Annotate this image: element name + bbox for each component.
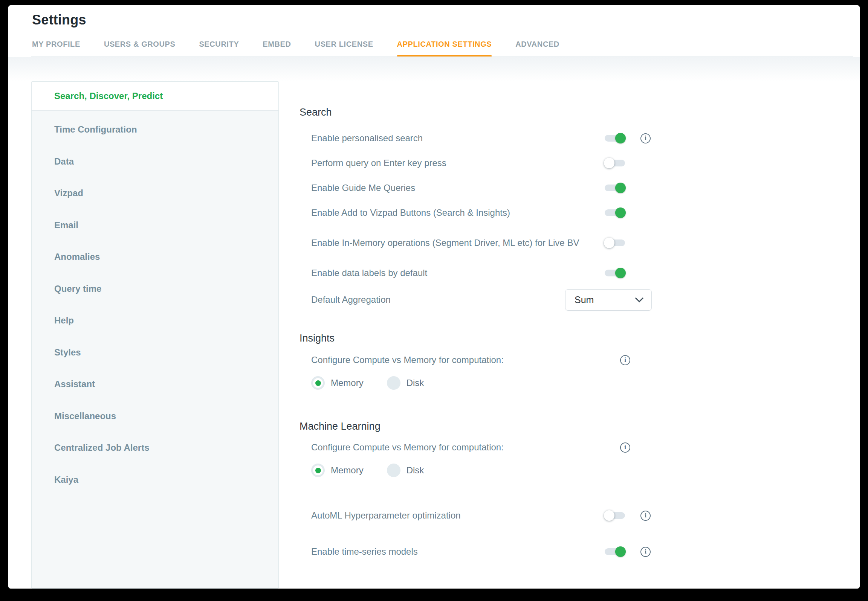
setting-label: Enable data labels by default [300, 265, 605, 281]
sidebar-list: Time Configuration Data Vizpad Email Ano… [32, 111, 278, 496]
sidebar-item-kaiya[interactable]: Kaiya [32, 464, 278, 496]
insights-section-title: Insights [300, 330, 669, 346]
setting-row-data-labels: Enable data labels by default [300, 261, 669, 285]
radio-label-memory: Memory [331, 378, 364, 388]
ml-configure-row: Configure Compute vs Memory for computat… [300, 437, 669, 458]
in-memory-operations-toggle[interactable] [605, 238, 625, 248]
setting-label: Enable Guide Me Queries [300, 180, 605, 195]
toggle-knob [615, 546, 626, 557]
setting-row-default-aggregation: Default Aggregation Sum [300, 285, 669, 314]
setting-label: Enable time-series models [300, 544, 605, 559]
toggle-knob [615, 183, 626, 193]
tab-embed[interactable]: EMBED [263, 40, 291, 49]
info-icon[interactable]: i [620, 355, 630, 365]
ml-compute-radio-group: Memory Disk [300, 458, 669, 483]
radio-disk[interactable] [387, 464, 400, 477]
tab-application-settings[interactable]: APPLICATION SETTINGS [397, 40, 492, 49]
setting-row-add-to-vizpad: Enable Add to Vizpad Buttons (Search & I… [300, 200, 669, 225]
radio-memory[interactable] [311, 376, 325, 390]
default-aggregation-select[interactable]: Sum [565, 289, 652, 311]
sidebar: Search, Discover, Predict Time Configura… [31, 81, 279, 589]
info-icon[interactable]: i [620, 442, 630, 453]
setting-row-automl: AutoML Hyperparameter optimization i [300, 503, 669, 528]
insights-configure-row: Configure Compute vs Memory for computat… [300, 349, 669, 371]
setting-label: AutoML Hyperparameter optimization [300, 508, 605, 523]
data-labels-toggle[interactable] [605, 268, 625, 278]
sidebar-item-time-configuration[interactable]: Time Configuration [32, 114, 278, 146]
radio-label-memory: Memory [331, 465, 364, 476]
sidebar-item-vizpad[interactable]: Vizpad [32, 177, 278, 209]
select-value: Sum [575, 294, 594, 305]
sidebar-item-anomalies[interactable]: Anomalies [32, 241, 278, 273]
query-enter-key-toggle[interactable] [605, 158, 625, 168]
radio-disk[interactable] [387, 376, 400, 390]
info-icon[interactable]: i [640, 511, 651, 521]
radio-memory[interactable] [311, 464, 325, 477]
search-section-title: Search [300, 104, 669, 121]
personalised-search-toggle[interactable] [605, 133, 625, 143]
setting-row-guide-me-queries: Enable Guide Me Queries [300, 175, 669, 200]
configure-label: Configure Compute vs Memory for computat… [300, 352, 605, 368]
tab-bar: MY PROFILE USERS & GROUPS SECURITY EMBED… [32, 39, 559, 49]
sidebar-item-email[interactable]: Email [32, 209, 278, 241]
sidebar-item-query-time[interactable]: Query time [32, 273, 278, 305]
setting-label: Perform query on Enter key press [300, 156, 605, 171]
toggle-knob [615, 133, 626, 143]
page-title: Settings [32, 12, 86, 28]
guide-me-queries-toggle[interactable] [605, 183, 625, 193]
tab-my-profile[interactable]: MY PROFILE [32, 40, 80, 49]
tab-user-license[interactable]: USER LICENSE [315, 40, 373, 49]
sidebar-item-data[interactable]: Data [32, 146, 278, 178]
setting-label: Enable personalised search [300, 131, 605, 146]
sidebar-item-miscellaneous[interactable]: Miscellaneous [32, 400, 278, 432]
setting-label: Enable Add to Vizpad Buttons (Search & I… [300, 205, 605, 220]
sidebar-item-search-discover-predict[interactable]: Search, Discover, Predict [32, 82, 278, 111]
toggle-knob [615, 207, 626, 218]
automl-hyperparameter-toggle[interactable] [605, 510, 625, 521]
setting-label: Default Aggregation [300, 292, 565, 307]
insights-compute-radio-group: Memory Disk [300, 371, 669, 395]
tab-security[interactable]: SECURITY [199, 40, 239, 49]
toggle-knob [604, 158, 614, 168]
info-icon[interactable]: i [640, 133, 651, 143]
toggle-knob [604, 238, 614, 248]
info-icon[interactable]: i [640, 547, 651, 557]
radio-label-disk: Disk [406, 465, 424, 476]
time-series-models-toggle[interactable] [605, 546, 625, 557]
setting-row-query-enter-key: Perform query on Enter key press [300, 151, 669, 175]
sidebar-item-centralized-job-alerts[interactable]: Centralized Job Alerts [32, 432, 278, 464]
tab-users-groups[interactable]: USERS & GROUPS [104, 40, 176, 49]
setting-row-personalised-search: Enable personalised search i [300, 126, 669, 151]
sidebar-item-assistant[interactable]: Assistant [32, 368, 278, 400]
setting-label: Enable In-Memory operations (Segment Dri… [300, 235, 605, 250]
setting-row-time-series: Enable time-series models i [300, 539, 669, 564]
toggle-knob [604, 510, 614, 521]
configure-label: Configure Compute vs Memory for computat… [300, 440, 605, 455]
header-shadow [8, 57, 860, 81]
ml-section-title: Machine Learning [300, 418, 669, 435]
tab-advanced[interactable]: ADVANCED [515, 40, 559, 49]
radio-label-disk: Disk [406, 378, 424, 388]
toggle-knob [615, 268, 626, 278]
setting-row-in-memory-operations: Enable In-Memory operations (Segment Dri… [300, 225, 669, 261]
chevron-down-icon [635, 294, 644, 302]
app-window: Settings MY PROFILE USERS & GROUPS SECUR… [8, 5, 860, 589]
sidebar-active-label: Search, Discover, Predict [54, 91, 163, 101]
add-to-vizpad-toggle[interactable] [605, 207, 625, 218]
settings-panel: Search Enable personalised search i Perf… [300, 104, 669, 564]
sidebar-item-styles[interactable]: Styles [32, 337, 278, 369]
sidebar-item-help[interactable]: Help [32, 305, 278, 337]
